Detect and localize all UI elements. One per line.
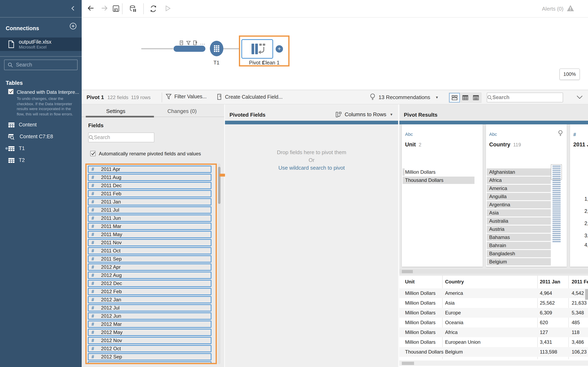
sidebar-item-t2[interactable]: T2 [0, 155, 82, 165]
alerts-label[interactable]: Alerts (0) [542, 6, 563, 12]
list-view-button[interactable] [470, 93, 481, 102]
field-list-item[interactable]: # 2012 Jul [88, 304, 212, 312]
value-chip[interactable]: Anguilla [487, 193, 551, 200]
recommendations-button[interactable]: 13 Recommendations ▾ [370, 93, 438, 101]
value-chip[interactable]: Million Dollars [403, 168, 475, 176]
sidebar-collapse-button[interactable] [71, 6, 75, 11]
results-search-input[interactable] [493, 95, 563, 100]
auto-rename-checkbox[interactable] [90, 151, 95, 156]
field-list-item[interactable]: # 2011 May [88, 231, 212, 238]
field-card-name[interactable]: Country119 [489, 142, 521, 148]
value-chip[interactable]: America [487, 185, 551, 192]
refresh-icon[interactable] [150, 5, 157, 12]
grid-view-button[interactable] [460, 93, 470, 102]
field-list-item[interactable]: # 2012 Apr [88, 263, 212, 271]
value-chip[interactable]: Argentina [487, 201, 551, 208]
grid-column-header[interactable]: 2011 Jan [540, 279, 560, 285]
value-chip[interactable]: Afghanistan [487, 168, 551, 176]
grid-hscrollbar-track[interactable] [399, 360, 588, 366]
data-pause-icon[interactable] [130, 5, 137, 13]
profile-view-button[interactable] [449, 93, 460, 102]
tab-settings[interactable]: Settings [106, 108, 125, 114]
value-chip[interactable]: Belgium [487, 258, 551, 266]
field-list-item[interactable]: # 2012 Jun [88, 312, 212, 320]
data-interpreter-checkbox[interactable] [8, 89, 13, 94]
collapse-pane-icon[interactable] [577, 95, 583, 99]
filter-values-button[interactable]: Filter Values... [166, 94, 207, 100]
sidebar-item-content[interactable]: Content [0, 120, 82, 130]
redo-icon[interactable] [101, 5, 108, 11]
pivot-drop-zone[interactable]: Drop fields here to pivot them Or Use wi… [225, 149, 398, 171]
undo-icon[interactable] [87, 5, 94, 11]
field-list-item[interactable]: # 2012 Mar [88, 320, 212, 328]
grid-row[interactable]: Million Dollars Oceania 620 485 [399, 318, 588, 327]
grid-column-header[interactable]: Country [445, 279, 464, 285]
value-chip[interactable]: Bahrain [487, 242, 551, 249]
grid-row[interactable]: Million Dollars Asia 25,562 21,633 [399, 298, 588, 308]
grid-row[interactable]: Million Dollars Europe 6,309 5,348 [399, 308, 588, 318]
grid-row[interactable]: Million Dollars America 4,964 4,542 [399, 288, 588, 298]
field-list-item[interactable]: # 2011 Dec [88, 182, 212, 189]
wildcard-search-link[interactable]: Use wildcard search to pivot [225, 165, 398, 171]
field-list-item[interactable]: # 2011 Oct [88, 247, 212, 254]
save-icon[interactable] [113, 5, 119, 12]
data-type-string-icon[interactable]: Abc [489, 132, 497, 137]
value-chip[interactable]: Australia [487, 217, 551, 225]
field-list-item[interactable]: # 2012 Sep [88, 353, 212, 360]
field-list-item[interactable]: # 2011 Feb [88, 190, 212, 197]
cards-hscrollbar-track[interactable] [399, 269, 588, 274]
cards-hscrollbar-thumb[interactable] [402, 270, 413, 273]
field-list-item[interactable]: # 2011 Jan [88, 198, 212, 206]
flow-node-clean-1[interactable] [173, 46, 205, 52]
field-list-item[interactable]: # 2011 Apr [88, 166, 212, 173]
add-step-button[interactable]: + [276, 45, 283, 53]
flow-node-pivot-1[interactable] [241, 39, 273, 59]
field-list-item[interactable]: # 2012 Oct [88, 345, 212, 352]
field-list-item[interactable]: # 2011 Aug [88, 174, 212, 181]
field-list-item[interactable]: # 2012 Jan [88, 296, 212, 303]
tables-search-box[interactable] [4, 59, 78, 70]
field-list-item[interactable]: # 2012 May [88, 329, 212, 336]
value-chip[interactable]: Bahamas [487, 234, 551, 241]
value-chip[interactable]: Bangladesh [487, 250, 551, 257]
alerts-warning-icon[interactable] [567, 5, 574, 11]
value-chip[interactable]: Asia [487, 209, 551, 217]
flow-canvas[interactable]: T1 ... Clean 1 + Pivot 1 [82, 17, 588, 90]
value-chip[interactable]: Thousand Dollars [403, 176, 475, 184]
field-list-item[interactable]: # 2011 Nov [88, 239, 212, 246]
fields-scrollbar-thumb[interactable] [218, 167, 221, 204]
create-calculated-field-button[interactable]: Create Calculated Field... [217, 94, 283, 100]
field-list-item[interactable]: # 2012 Aug [88, 272, 212, 279]
grid-column-header[interactable]: 2011 Feb [572, 279, 588, 285]
pivot-mode-dropdown[interactable]: Columns to Rows ▾ [336, 111, 392, 117]
fields-search-box[interactable] [88, 133, 154, 142]
field-list-item[interactable]: # 2012 Dec [88, 280, 212, 287]
tables-search-input[interactable] [16, 62, 77, 68]
field-card-name[interactable]: Unit2 [405, 142, 421, 148]
field-list-item[interactable]: # 2011 Jul [88, 206, 212, 214]
connection-file-item[interactable]: outputFile.xlsx Microsoft Excel [0, 38, 82, 51]
auto-rename-label[interactable]: Automatically rename pivoted fields and … [99, 151, 201, 157]
data-type-string-icon[interactable]: Abc [405, 132, 413, 137]
field-list-item[interactable]: # 2013 Apr [88, 361, 212, 364]
grid-row[interactable]: Thousand Dollars Belgium 113,598 106,23 [399, 347, 588, 357]
grid-row[interactable]: Million Dollars Africa 127 118 [399, 327, 588, 337]
field-list-item[interactable]: # 2012 Nov [88, 337, 212, 344]
field-list-item[interactable]: # 2011 Jun [88, 215, 212, 222]
zoom-level-indicator[interactable]: 100% [559, 68, 580, 80]
grid-row[interactable]: Million Dollars European Union 3,431 3,4… [399, 337, 588, 347]
recommendation-lightbulb-icon[interactable] [558, 130, 563, 137]
grid-vscrollbar-thumb[interactable] [585, 289, 588, 300]
field-list-item[interactable]: # 2012 Feb [88, 288, 212, 295]
results-search-box[interactable] [487, 92, 563, 102]
sidebar-item-t1[interactable]: T1 [0, 143, 82, 153]
fields-search-input[interactable] [94, 134, 154, 140]
value-chip[interactable]: Africa [487, 176, 551, 184]
field-list-item[interactable]: # 2011 Mar [88, 223, 212, 230]
field-list-item[interactable]: # 2011 Sep [88, 255, 212, 263]
value-chip[interactable]: Austria [487, 225, 551, 233]
grid-column-header[interactable]: Unit [405, 279, 415, 285]
data-interpreter-label[interactable]: Cleaned with Data Interpre... [17, 89, 81, 95]
flow-node-input-t1[interactable] [210, 41, 223, 56]
grid-hscrollbar-thumb[interactable] [402, 362, 414, 365]
